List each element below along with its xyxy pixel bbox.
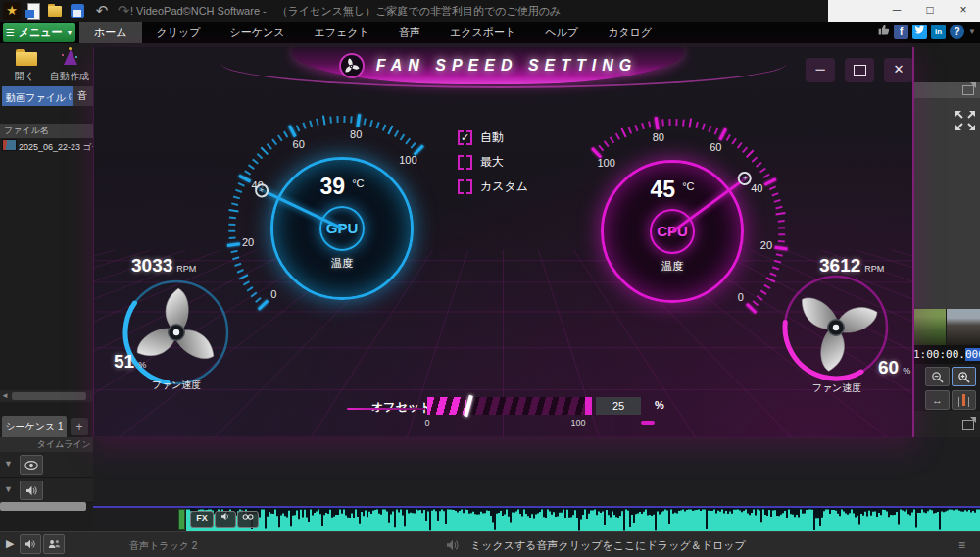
gauge-tick <box>364 118 367 125</box>
open-project-icon[interactable] <box>46 2 64 20</box>
overlay-maximize-button[interactable] <box>845 58 874 82</box>
scroll-left-arrow[interactable]: ◄ <box>0 390 10 402</box>
app-icon: ★ <box>3 2 21 20</box>
menu-tab-6[interactable]: ヘルプ <box>530 22 593 43</box>
fullscreen-icon[interactable] <box>955 110 976 131</box>
gauge-tick <box>604 140 609 146</box>
media-file-row[interactable]: 2025_06_22-23 ゴー <box>0 139 93 155</box>
fan-logo-icon <box>339 53 365 78</box>
zoom-in-button[interactable] <box>952 367 976 386</box>
collapse-track-icon[interactable]: ▼ <box>4 484 13 494</box>
fan-mode-option-1[interactable]: ✓最大 <box>458 153 504 171</box>
detach-panel-icon[interactable] <box>962 420 974 430</box>
bin-horizontal-scrollbar[interactable]: ◄ <box>0 390 93 402</box>
gauge-tick <box>248 164 255 169</box>
gauge-tick <box>662 119 663 126</box>
new-project-icon[interactable] <box>24 2 42 20</box>
maximize-button[interactable]: □ <box>913 0 947 22</box>
track-mute-button[interactable] <box>20 481 43 500</box>
menu-tab-5[interactable]: エクスポート <box>435 22 530 43</box>
menu-tab-2[interactable]: シーケンス <box>216 22 300 43</box>
zoom-in-icon <box>957 371 970 383</box>
mode-checkbox[interactable]: ✓ <box>458 130 472 145</box>
offset-value[interactable]: 25 <box>596 397 641 415</box>
tab-video-files[interactable]: 動画ファイル (1) <box>2 86 76 106</box>
eye-icon <box>24 461 38 470</box>
clip-audio-badge[interactable] <box>215 511 236 528</box>
overlay-close-button[interactable]: ✕ <box>884 58 913 82</box>
gauge-tick <box>641 123 644 129</box>
help-icon[interactable]: ? <box>950 25 964 39</box>
fan-mode-option-0[interactable]: ✓自動 <box>458 128 504 146</box>
track-options-icon[interactable]: ≡ <box>958 538 965 552</box>
mode-checkbox[interactable]: ✓ <box>458 179 472 194</box>
facebook-icon[interactable]: f <box>894 25 908 39</box>
speaker-icon <box>24 539 36 549</box>
clip-fx-badge[interactable]: FX <box>190 511 214 528</box>
audio-drop-hint[interactable]: ミックスする音声クリップをここにドラッグ＆ドロップ <box>470 538 746 553</box>
gauge-tick <box>231 250 238 253</box>
clip-edge-marker[interactable] <box>178 509 185 530</box>
audio-clip-waveform[interactable] <box>186 508 980 531</box>
gauge-tick <box>258 299 269 310</box>
save-project-icon[interactable] <box>69 2 86 20</box>
gauge-tick <box>634 125 638 131</box>
storyboard-thumbnail[interactable] <box>913 309 946 345</box>
menu-tab-4[interactable]: 音声 <box>384 22 435 43</box>
play-track-icon[interactable]: ▶ <box>6 537 14 550</box>
storyboard-thumbnail[interactable] <box>947 309 980 345</box>
like-icon[interactable] <box>877 24 890 39</box>
track-speaker-button[interactable] <box>20 534 41 554</box>
ribbon-tab-bar: ☰ メニュー ▼ ホームクリップシーケンスエフェクト音声エクスポートヘルプカタロ… <box>0 22 980 43</box>
menu-tab-0[interactable]: ホーム <box>79 22 142 43</box>
add-sequence-button[interactable]: + <box>71 418 88 435</box>
preview-timestamp[interactable]: 1:00:00.000 <box>913 345 980 364</box>
linkedin-icon[interactable]: in <box>931 25 946 39</box>
gauge-tick <box>760 289 767 294</box>
clip-link-badge[interactable] <box>237 511 259 528</box>
muted-speaker-icon <box>446 537 460 555</box>
gauge-tick <box>702 123 705 129</box>
more-caret-icon[interactable]: ▼ <box>968 27 976 36</box>
collapse-track-icon[interactable]: ▼ <box>4 459 13 469</box>
zoom-out-icon <box>931 371 944 383</box>
zoom-out-button[interactable] <box>925 367 950 386</box>
detach-panel-icon[interactable] <box>962 85 974 95</box>
track-mixer-button[interactable] <box>43 534 65 554</box>
offset-max-label: 100 <box>566 418 590 428</box>
filename-column-header[interactable]: ファイル名 <box>0 124 93 138</box>
minimize-button[interactable]: ─ <box>880 0 913 22</box>
track-scrollbar[interactable] <box>0 502 86 511</box>
open-folder-icon <box>16 49 37 66</box>
cpu-fan-widget <box>779 271 893 384</box>
gpu-fan-speed-label: ファン速度 <box>137 379 216 392</box>
gauge-tick <box>688 118 692 127</box>
gauge-tick <box>775 212 785 216</box>
offset-slider[interactable] <box>427 397 592 415</box>
gauge-tick <box>411 142 416 148</box>
menu-tab-3[interactable]: エフェクト <box>300 22 384 43</box>
mode-label: 最大 <box>480 154 504 171</box>
menu-tab-1[interactable]: クリップ <box>142 22 216 43</box>
scrollbar-thumb[interactable] <box>12 392 86 400</box>
gauge-tick <box>261 147 269 155</box>
menu-tab-7[interactable]: カタログ <box>593 22 666 43</box>
mode-checkbox[interactable]: ✓ <box>458 155 472 170</box>
gauge-tick <box>766 277 776 282</box>
offset-slider-endcap <box>585 397 592 415</box>
twitter-icon[interactable] <box>912 25 927 39</box>
gauge-tick <box>655 117 659 129</box>
menu-button[interactable]: ☰ メニュー ▼ <box>3 23 75 42</box>
mode-label: カスタム <box>480 178 528 195</box>
gauge-tick <box>775 205 782 208</box>
fan-mode-option-2[interactable]: ✓カスタム <box>458 177 528 195</box>
split-clip-button[interactable] <box>952 390 976 410</box>
tab-sequence-1[interactable]: シーケンス 1 × <box>2 416 67 437</box>
track-visibility-button[interactable] <box>20 455 43 475</box>
close-button[interactable]: × <box>947 0 980 22</box>
gpu-fan-rpm: 3033RPM <box>131 255 196 277</box>
fit-timeline-button[interactable]: ↔ <box>925 390 950 410</box>
offset-unit-label: % <box>655 399 664 411</box>
overlay-minimize-button[interactable]: ─ <box>806 58 835 82</box>
undo-icon[interactable]: ↶ <box>93 2 111 20</box>
